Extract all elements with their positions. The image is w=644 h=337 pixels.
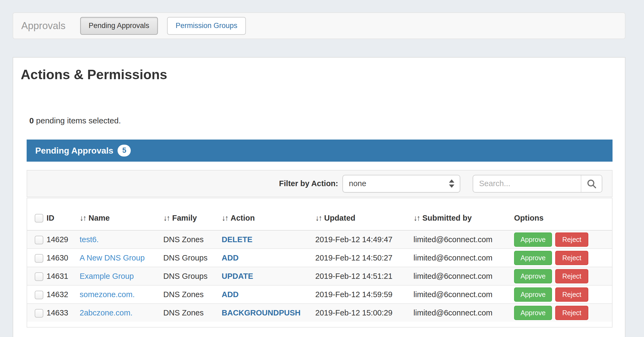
row-checkbox[interactable] <box>35 236 43 244</box>
cell-submitted-by: limited@6connect.com <box>413 249 514 267</box>
main-card: Actions & Permissions 0 pending items se… <box>13 57 625 337</box>
search-button[interactable] <box>581 175 602 192</box>
app-title: Approvals <box>21 20 66 32</box>
reject-button[interactable]: Reject <box>555 251 588 265</box>
count-badge: 5 <box>118 145 131 156</box>
row-checkbox[interactable] <box>35 254 43 263</box>
cell-updated: 2019-Feb-12 15:00:29 <box>315 304 413 322</box>
table-row: 14630 A New DNS Group DNS Groups ADD 201… <box>27 249 612 267</box>
column-header-options: Options <box>514 198 612 230</box>
name-link[interactable]: test6. <box>80 235 99 244</box>
row-checkbox[interactable] <box>35 291 43 299</box>
table-row: 14629 test6. DNS Zones DELETE 2019-Feb-1… <box>27 230 612 249</box>
search-group <box>473 175 602 193</box>
cell-submitted-by: limited@6connect.com <box>413 267 514 285</box>
approve-button[interactable]: Approve <box>514 251 552 265</box>
pending-approvals-panel-header: Pending Approvals 5 <box>27 140 613 162</box>
cell-family: DNS Zones <box>163 304 222 322</box>
cell-family: DNS Groups <box>163 267 222 285</box>
action-filter-select[interactable]: none <box>342 175 460 193</box>
name-link[interactable]: somezone.com. <box>80 290 135 299</box>
name-link[interactable]: 2abczone.com. <box>80 308 133 317</box>
pending-approvals-table: ID ↓↑Name ↓↑Family ↓↑Action ↓↑Updated ↓↑… <box>27 198 612 322</box>
cell-submitted-by: limited@6connect.com <box>413 285 514 304</box>
column-header-submitted-by[interactable]: ↓↑Submitted by <box>413 198 514 230</box>
action-link[interactable]: UPDATE <box>222 272 253 280</box>
table-header-row: ID ↓↑Name ↓↑Family ↓↑Action ↓↑Updated ↓↑… <box>27 198 612 230</box>
table-row: 14631 Example Group DNS Groups UPDATE 20… <box>27 267 612 285</box>
column-header-id: ID <box>47 198 80 230</box>
sort-icon: ↓↑ <box>80 214 86 222</box>
sort-icon: ↓↑ <box>315 214 321 222</box>
approve-button[interactable]: Approve <box>514 306 552 320</box>
sort-icon: ↓↑ <box>222 214 228 222</box>
approvals-table-panel: ID ↓↑Name ↓↑Family ↓↑Action ↓↑Updated ↓↑… <box>27 198 613 328</box>
cell-submitted-by: limited@6connect.com <box>413 304 514 322</box>
cell-updated: 2019-Feb-12 14:50:27 <box>315 249 413 267</box>
filter-toolbar: Filter by Action: none <box>27 170 613 197</box>
selected-count-text: pending items selected. <box>34 116 121 125</box>
top-nav-bar: Approvals Pending Approvals Permission G… <box>13 12 625 39</box>
cell-family: DNS Zones <box>163 285 222 304</box>
cell-id: 14631 <box>47 267 80 285</box>
cell-family: DNS Zones <box>163 230 222 249</box>
cell-updated: 2019-Feb-12 14:51:21 <box>315 267 413 285</box>
search-icon <box>586 178 597 189</box>
panel-title: Pending Approvals <box>35 146 113 156</box>
cell-id: 14629 <box>47 230 80 249</box>
reject-button[interactable]: Reject <box>555 232 588 247</box>
tab-permission-groups[interactable]: Permission Groups <box>167 17 246 35</box>
name-link[interactable]: A New DNS Group <box>80 253 145 262</box>
action-filter-selected-value: none <box>349 179 366 188</box>
cell-id: 14633 <box>47 304 80 322</box>
action-link[interactable]: BACKGROUNDPUSH <box>222 308 300 317</box>
filter-by-action-label: Filter by Action: <box>279 179 338 188</box>
reject-button[interactable]: Reject <box>555 269 588 283</box>
select-all-checkbox[interactable] <box>35 214 43 223</box>
cell-family: DNS Groups <box>163 249 222 267</box>
column-header-name[interactable]: ↓↑Name <box>80 198 163 230</box>
cell-updated: 2019-Feb-12 14:59:59 <box>315 285 413 304</box>
reject-button[interactable]: Reject <box>555 306 588 320</box>
action-link[interactable]: ADD <box>222 253 239 262</box>
table-row: 14632 somezone.com. DNS Zones ADD 2019-F… <box>27 285 612 304</box>
page-title: Actions & Permissions <box>21 67 625 82</box>
column-header-updated[interactable]: ↓↑Updated <box>315 198 413 230</box>
cell-id: 14630 <box>47 249 80 267</box>
name-link[interactable]: Example Group <box>80 272 134 280</box>
approve-button[interactable]: Approve <box>514 287 552 302</box>
cell-id: 14632 <box>47 285 80 304</box>
cell-updated: 2019-Feb-12 14:49:47 <box>315 230 413 249</box>
table-row: 14633 2abczone.com. DNS Zones BACKGROUND… <box>27 304 612 322</box>
row-checkbox[interactable] <box>35 309 43 318</box>
selected-count: 0 <box>29 116 34 125</box>
approve-button[interactable]: Approve <box>514 269 552 283</box>
search-input[interactable] <box>473 175 581 192</box>
action-link[interactable]: ADD <box>222 290 239 299</box>
cell-submitted-by: limited@6connect.com <box>413 230 514 249</box>
selection-summary: 0 pending items selected. <box>29 116 625 125</box>
sort-icon: ↓↑ <box>163 214 169 222</box>
tab-pending-approvals[interactable]: Pending Approvals <box>80 17 158 35</box>
reject-button[interactable]: Reject <box>555 287 588 302</box>
column-header-action[interactable]: ↓↑Action <box>222 198 315 230</box>
action-link[interactable]: DELETE <box>222 235 252 244</box>
column-header-family[interactable]: ↓↑Family <box>163 198 222 230</box>
row-checkbox[interactable] <box>35 272 43 281</box>
select-stepper-icon <box>449 179 454 188</box>
approve-button[interactable]: Approve <box>514 232 552 247</box>
sort-icon: ↓↑ <box>413 214 420 222</box>
